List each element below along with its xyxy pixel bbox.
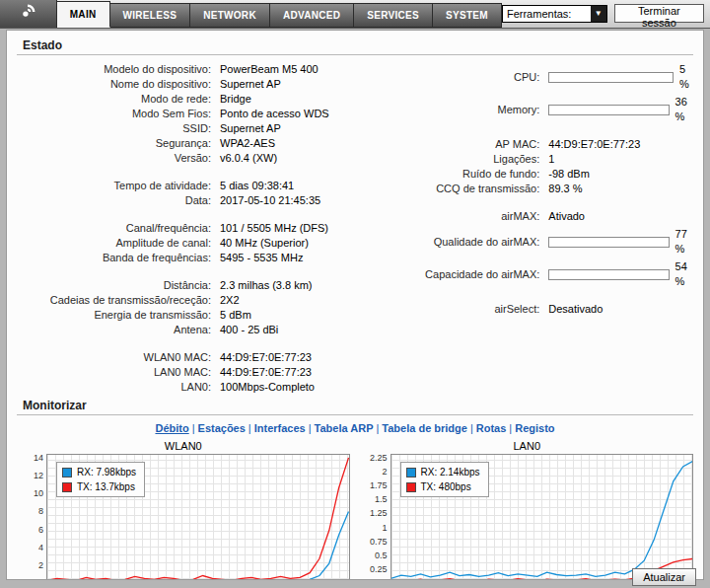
status-row: Data:2017-05-10 21:45:35 (15, 193, 402, 208)
tx-legend-swatch (406, 482, 416, 492)
status-row: Nome do dispositivo:Supernet AP (15, 77, 402, 92)
tx-legend-label: TX: 480bps (421, 481, 471, 492)
link-estacoes[interactable]: Estações (198, 422, 246, 434)
status-row: LAN0:100Mbps-Completo (15, 380, 402, 395)
airmax-capacity-row: Capacidade do airMAX: 54 % (402, 259, 695, 289)
status-row: Modo de rede:Bridge (15, 92, 402, 107)
status-row: Modo Sem Fios:Ponto de acesso WDS (15, 107, 402, 121)
tab-bar: MAIN WIRELESS NETWORK ADVANCED SERVICES … (57, 0, 502, 28)
tab-wireless[interactable]: WIRELESS (110, 3, 191, 28)
status-row: Versão:v6.0.4 (XW) (15, 151, 402, 166)
memory-percent: 36 % (675, 95, 695, 124)
airselect-row: airSelect:Desativado (402, 302, 695, 317)
throughput-charts: WLAN0 1412108642kbps 0 RX: 7.98kbps TX: … (15, 440, 695, 580)
status-row: Segurança:WPA2-AES (15, 136, 402, 151)
airmax-quality-bar (548, 237, 669, 248)
status-row: Banda de frequências:5495 - 5535 MHz (15, 251, 402, 265)
link-tabela-arp[interactable]: Tabela ARP (315, 422, 374, 434)
status-row: Amplitude de canal:40 MHz (Superior) (15, 236, 402, 251)
cpu-percent: 5 % (679, 62, 695, 92)
link-interfaces[interactable]: Interfaces (254, 422, 306, 434)
status-row: Energia de transmissão:5 dBm (15, 308, 402, 323)
wlan0-y-axis: 1412108642kbps 0 (17, 454, 46, 580)
status-row: Antena:400 - 25 dBi (15, 323, 402, 337)
status-grid: Modelo do dispositivo:PowerBeam M5 400 N… (15, 62, 695, 395)
link-tabela-bridge[interactable]: Tabela de bridge (382, 422, 467, 434)
status-row: LAN0 MAC:44:D9:E7:0E:77:23 (15, 365, 402, 380)
monitor-links: Débito|Estações|Interfaces|Tabela ARP|Ta… (15, 422, 695, 434)
status-row: Canal/frequência:101 / 5505 MHz (DFS) (15, 221, 402, 236)
ccq-row: CCQ de transmissão:89.3 % (402, 182, 695, 196)
status-row: Modelo do dispositivo:PowerBeam M5 400 (15, 62, 402, 77)
rx-legend-label: RX: 7.98kbps (77, 467, 136, 478)
chevron-down-icon[interactable]: ▼ (591, 6, 606, 22)
wlan0-chart-block: WLAN0 1412108642kbps 0 RX: 7.98kbps TX: … (17, 440, 350, 580)
logout-button[interactable]: Terminar sessão (614, 4, 704, 23)
status-row: WLAN0 MAC:44:D9:E7:0E:77:23 (15, 350, 402, 365)
status-section-title: Estado (23, 38, 695, 52)
monitor-section-title: Monitorizar (23, 399, 695, 412)
airos-page: MAIN WIRELESS NETWORK ADVANCED SERVICES … (0, 0, 710, 588)
status-row: Distância:2.3 milhas (3.8 km) (15, 278, 402, 293)
rx-legend-label: RX: 2.14kbps (421, 467, 480, 478)
wlan0-legend: RX: 7.98kbps TX: 13.7kbps (56, 462, 145, 497)
tools-dropdown-value: Ferramentas: (507, 8, 571, 20)
ap-mac-row: AP MAC:44:D9:E7:0E:77:23 (402, 137, 695, 152)
airmax-capacity-percent: 54 % (675, 259, 695, 289)
tab-system[interactable]: SYSTEM (433, 3, 502, 28)
airmax-quality-percent: 77 % (675, 227, 695, 257)
lan0-chart-title: LAN0 (361, 440, 694, 452)
memory-row: Memory: 36 % (402, 95, 695, 124)
divider (17, 414, 693, 415)
connections-row: Ligações:1 (402, 152, 695, 167)
cpu-progress-bar (548, 72, 674, 83)
cpu-row: CPU: 5 % (402, 62, 695, 92)
status-row: Cadeias de transmissão/receção:2X2 (15, 293, 402, 308)
airmax-capacity-bar (548, 269, 669, 280)
divider (17, 54, 693, 55)
wlan0-plot: RX: 7.98kbps TX: 13.7kbps (46, 454, 350, 580)
link-rotas[interactable]: Rotas (476, 422, 507, 434)
link-registo[interactable]: Registo (515, 422, 554, 434)
top-navigation: MAIN WIRELESS NETWORK ADVANCED SERVICES … (0, 0, 710, 29)
status-left-column: Modelo do dispositivo:PowerBeam M5 400 N… (15, 62, 402, 395)
main-content: Estado Modelo do dispositivo:PowerBeam M… (6, 30, 704, 580)
antenna-logo-icon (18, 2, 37, 26)
memory-progress-bar (548, 105, 669, 115)
topbar-actions: Ferramentas: ▼ Terminar sessão (502, 4, 710, 28)
tab-advanced[interactable]: ADVANCED (270, 3, 354, 28)
tx-legend-swatch (62, 482, 72, 492)
wlan0-chart-title: WLAN0 (17, 440, 350, 452)
lan0-chart-block: LAN0 2.2521.751.51.2510.750.50.25kbps 0 … (361, 440, 694, 580)
rx-legend-swatch (406, 468, 416, 478)
airmax-quality-row: Qualidade do airMAX: 77 % (402, 227, 695, 257)
ubiquiti-logo[interactable] (0, 0, 57, 28)
refresh-button[interactable]: Atualizar (632, 568, 696, 586)
airmax-row: airMAX:Ativado (402, 209, 695, 224)
status-row: SSID:Supernet AP (15, 121, 402, 136)
rx-legend-swatch (62, 468, 72, 478)
tab-services[interactable]: SERVICES (354, 3, 433, 28)
lan0-plot: RX: 2.14kbps TX: 480bps (390, 454, 694, 580)
tab-network[interactable]: NETWORK (190, 3, 270, 28)
lan0-y-axis: 2.2521.751.51.2510.750.50.25kbps 0 (361, 454, 390, 580)
link-debito[interactable]: Débito (155, 422, 188, 434)
status-row: Tempo de atividade:5 dias 09:38:41 (15, 179, 402, 193)
status-right-column: CPU: 5 % Memory: 36 % AP MAC:44:D9:E7:0E… (402, 62, 695, 395)
tx-legend-label: TX: 13.7kbps (77, 481, 135, 492)
tab-main[interactable]: MAIN (57, 1, 110, 28)
tools-dropdown[interactable]: Ferramentas: ▼ (502, 5, 607, 23)
noise-row: Ruído de fundo:-98 dBm (402, 167, 695, 182)
lan0-legend: RX: 2.14kbps TX: 480bps (400, 462, 489, 497)
